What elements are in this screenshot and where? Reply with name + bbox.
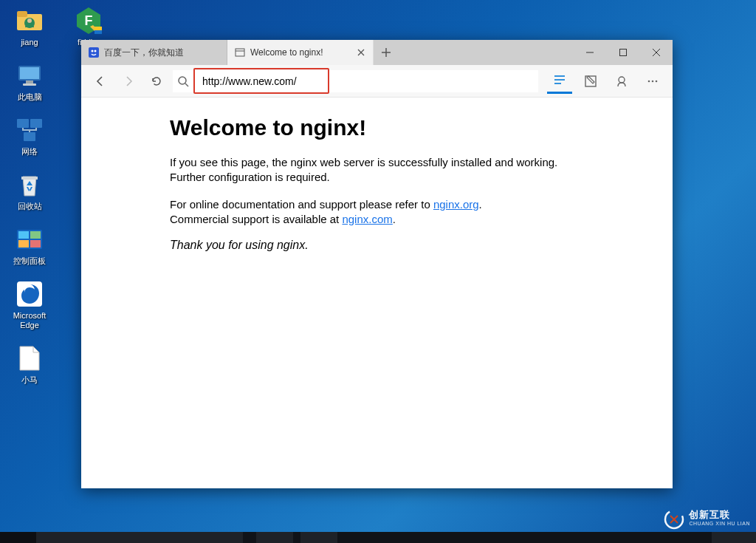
file-icon (15, 344, 44, 373)
svg-rect-20 (94, 27, 102, 30)
user-folder-icon (15, 6, 44, 35)
tab-nginx[interactable]: Welcome to nginx! (227, 40, 374, 65)
svg-rect-31 (619, 49, 626, 56)
page-content: Welcome to nginx! If you see this page, … (81, 98, 673, 488)
desktop-icon-recycle[interactable]: 回收站 (6, 170, 53, 211)
notes-button[interactable] (578, 69, 603, 94)
tab-title: 百度一下，你就知道 (104, 47, 219, 59)
more-button[interactable] (640, 69, 665, 94)
svg-rect-8 (17, 119, 29, 128)
page-paragraph: If you see this page, the nginx web serv… (170, 155, 584, 185)
desktop-icon-file[interactable]: 小马 (6, 344, 53, 385)
fiddler-icon: F (74, 6, 103, 35)
taskbar[interactable] (0, 532, 756, 543)
svg-rect-21 (89, 47, 99, 58)
page-thanks: Thank you for using nginx. (170, 239, 584, 252)
desktop-icon-column: jiang 此电脑 网络 回收站 控制面板 (6, 6, 65, 385)
window-controls (573, 40, 673, 65)
svg-rect-9 (30, 119, 42, 128)
desktop-icon-user[interactable]: jiang (6, 6, 53, 47)
taskbar-search[interactable] (36, 532, 243, 543)
desktop-icon-network[interactable]: 网络 (6, 115, 53, 157)
desktop-icon-control-panel[interactable]: 控制面板 (6, 225, 53, 266)
toolbar (81, 65, 673, 98)
network-icon (15, 115, 44, 145)
desktop-icon-label: Microsoft Edge (6, 311, 53, 330)
svg-rect-14 (18, 240, 29, 247)
svg-rect-12 (18, 231, 29, 239)
link-nginx-com[interactable]: nginx.com (342, 213, 392, 225)
svg-point-22 (92, 50, 94, 52)
share-button[interactable] (609, 69, 634, 94)
svg-rect-6 (26, 81, 33, 83)
forward-button[interactable] (117, 69, 140, 93)
desktop-icon-label: 网络 (21, 147, 38, 157)
tab-title: Welcome to nginx! (250, 47, 351, 58)
back-button[interactable] (89, 69, 112, 93)
tab-baidu[interactable]: 百度一下，你就知道 (81, 40, 227, 65)
svg-point-40 (619, 77, 625, 83)
svg-rect-24 (236, 49, 244, 56)
page-heading: Welcome to nginx! (170, 115, 584, 140)
close-button[interactable] (639, 40, 673, 65)
desktop-icon-computer[interactable]: 此电脑 (6, 61, 53, 102)
svg-point-23 (94, 50, 97, 52)
tab-bar: 百度一下，你就知道 Welcome to nginx! (81, 40, 673, 65)
svg-rect-10 (24, 132, 35, 141)
start-button[interactable] (0, 532, 36, 543)
watermark-text-en: CHUANG XIN HU LIAN (689, 519, 750, 528)
watermark: 创新互联 CHUANG XIN HU LIAN (664, 509, 750, 530)
desktop-icon-label: 小马 (21, 375, 38, 385)
svg-rect-13 (30, 231, 41, 239)
page-paragraph: For online documentation and support ple… (170, 197, 584, 228)
minimize-button[interactable] (573, 40, 606, 65)
taskbar-item[interactable] (256, 532, 293, 543)
reading-view-button[interactable] (547, 69, 572, 94)
baidu-favicon-icon (89, 47, 99, 58)
svg-line-35 (185, 83, 188, 86)
desktop-icon-label: 回收站 (18, 202, 42, 211)
url-input[interactable] (173, 70, 538, 92)
browser-window: 百度一下，你就知道 Welcome to nginx! (81, 40, 673, 488)
svg-point-42 (652, 80, 654, 82)
page-favicon-icon (235, 47, 245, 58)
address-bar[interactable] (173, 70, 538, 92)
desktop-icon-label: 控制面板 (13, 256, 46, 266)
svg-text:F: F (85, 13, 93, 28)
taskbar-item[interactable] (300, 532, 337, 543)
desktop-icon-label: jiang (21, 38, 38, 47)
computer-icon (15, 61, 44, 90)
svg-point-3 (27, 18, 32, 23)
watermark-logo-icon (664, 509, 684, 530)
edge-icon (15, 279, 44, 309)
svg-rect-15 (30, 240, 41, 247)
search-icon (173, 69, 193, 93)
desktop-icon-edge[interactable]: Microsoft Edge (6, 279, 53, 330)
recycle-bin-icon (15, 170, 44, 199)
control-panel-icon (15, 225, 44, 254)
tab-close-icon[interactable] (357, 48, 365, 57)
new-tab-button[interactable] (374, 40, 399, 65)
watermark-text-cn: 创新互联 (689, 510, 750, 519)
maximize-button[interactable] (606, 40, 639, 65)
refresh-button[interactable] (145, 69, 168, 93)
svg-point-43 (656, 80, 658, 82)
desktop-icon-label: 此电脑 (18, 92, 42, 102)
svg-point-34 (179, 77, 186, 84)
desktop: jiang 此电脑 网络 回收站 控制面板 (0, 0, 756, 543)
taskbar-tray[interactable] (712, 532, 756, 543)
svg-point-41 (648, 80, 650, 82)
svg-rect-7 (23, 83, 36, 86)
svg-rect-1 (17, 11, 27, 17)
svg-rect-5 (20, 67, 39, 79)
link-nginx-org[interactable]: nginx.org (433, 198, 479, 211)
